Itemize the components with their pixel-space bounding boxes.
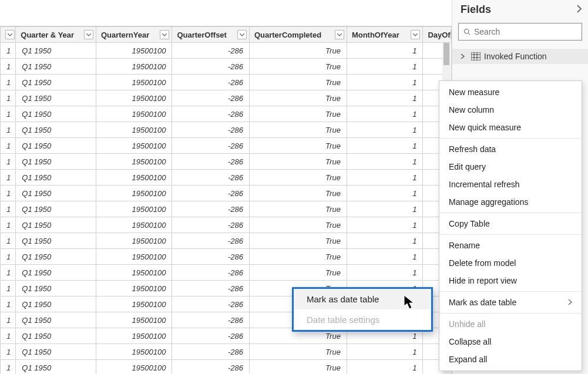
cell-qy: Q1 1950	[16, 154, 96, 170]
filter-dropdown-icon[interactable]	[411, 30, 420, 39]
column-header-qy[interactable]: Quarter & Year	[16, 27, 96, 43]
column-header-qoff[interactable]: QuarterOffset	[172, 27, 250, 43]
column-header-qcomp[interactable]: QuarterCompleted	[249, 27, 347, 43]
menu-item-edit-query[interactable]: Edit query	[439, 158, 582, 176]
chevron-right-icon[interactable]	[577, 4, 582, 16]
table-row[interactable]: 1Q1 195019500100-286True1	[1, 122, 452, 138]
table-row[interactable]: 1Q1 195019500100-286True1	[1, 201, 452, 217]
cell-qy: Q1 1950	[16, 186, 96, 201]
cell-moy: 1	[347, 122, 423, 138]
menu-separator	[439, 313, 582, 314]
scrollbar-thumb[interactable]	[443, 43, 449, 65]
cell-qcomp: True	[249, 122, 347, 138]
menu-item-copy-table[interactable]: Copy Table	[439, 215, 582, 233]
cell-qoff: -286	[172, 75, 250, 90]
table-row[interactable]: 1Q1 195019500100-286True1	[1, 249, 452, 265]
column-header-moy[interactable]: MonthOfYear	[347, 27, 423, 43]
cell-qny: 19500100	[96, 75, 172, 90]
fields-search-box[interactable]	[458, 23, 582, 41]
cell-qny: 19500100	[96, 281, 172, 296]
column-header-doy[interactable]: DayOf	[423, 27, 452, 43]
cell-qy: Q1 1950	[16, 122, 96, 138]
cell-qny: 19500100	[96, 344, 172, 360]
filter-dropdown-icon[interactable]	[335, 30, 344, 39]
row-index-cell: 1	[1, 75, 16, 90]
cell-moy: 1	[347, 106, 423, 122]
menu-item-new-measure[interactable]: New measure	[439, 83, 582, 101]
menu-item-mark-as-date-table[interactable]: Mark as date table	[439, 294, 582, 311]
menu-item-expand-all[interactable]: Expand all	[439, 351, 582, 368]
table-row[interactable]: 1Q1 195019500100-286True1	[1, 265, 452, 281]
cell-qoff: -286	[172, 138, 250, 154]
menu-item-new-column[interactable]: New column	[439, 101, 582, 119]
cell-moy: 1	[347, 75, 423, 90]
table-row[interactable]: 1Q1 195019500100-286True1	[1, 90, 452, 106]
cell-qny: 19500100	[96, 59, 172, 75]
cell-moy: 1	[347, 59, 423, 75]
chevron-right-icon[interactable]	[461, 52, 469, 61]
table-row[interactable]: 1Q1 195019500100-286True1	[1, 233, 452, 249]
menu-item-collapse-all[interactable]: Collapse all	[439, 333, 582, 351]
cell-qoff: -286	[172, 90, 250, 106]
table-row[interactable]: 1Q1 195019500100-286True1	[1, 75, 452, 90]
cell-qcomp: True	[249, 138, 347, 154]
cell-qcomp: True	[249, 249, 347, 265]
table-row[interactable]: 1Q1 195019500100-286True1	[1, 59, 452, 75]
row-index-cell: 1	[1, 43, 16, 59]
filter-dropdown-icon[interactable]	[451, 30, 452, 39]
cell-qoff: -286	[172, 344, 250, 360]
search-input[interactable]	[474, 27, 577, 36]
table-row[interactable]: 1Q1 195019500100-286True1	[1, 170, 452, 186]
cell-qoff: -286	[172, 328, 250, 344]
cell-qoff: -286	[172, 122, 250, 138]
table-row[interactable]: 1Q1 195019500100-286True1	[1, 217, 452, 233]
menu-item-label: Collapse all	[449, 337, 491, 346]
menu-item-rename[interactable]: Rename	[439, 237, 582, 254]
row-index-header[interactable]	[1, 27, 16, 43]
table-icon	[471, 52, 481, 60]
fields-title: Fields	[461, 4, 491, 16]
table-row[interactable]: 1Q1 195019500100-286True1	[1, 43, 452, 59]
filter-dropdown-icon[interactable]	[237, 30, 247, 39]
cell-moy: 1	[347, 186, 423, 201]
cell-qny: 19500100	[96, 296, 172, 312]
menu-item-label: Expand all	[449, 355, 487, 364]
menu-item-incremental-refresh[interactable]: Incremental refresh	[439, 176, 582, 193]
row-index-cell: 1	[1, 106, 16, 122]
table-row[interactable]: 1Q1 195019500100-286True1	[1, 360, 452, 375]
menu-item-label: Hide in report view	[449, 276, 517, 285]
column-header-qny[interactable]: QuarternYear	[96, 27, 172, 43]
cell-qy: Q1 1950	[16, 170, 96, 186]
cell-qoff: -286	[172, 170, 250, 186]
cell-qy: Q1 1950	[16, 344, 96, 360]
filter-dropdown-icon[interactable]	[160, 30, 169, 39]
cell-moy: 1	[347, 217, 423, 233]
table-row[interactable]: 1Q1 195019500100-286True1	[1, 186, 452, 201]
cell-qcomp: True	[249, 360, 347, 375]
menu-item-new-quick-measure[interactable]: New quick measure	[439, 119, 582, 136]
menu-item-manage-aggregations[interactable]: Manage aggregations	[439, 193, 582, 211]
cell-qny: 19500100	[96, 138, 172, 154]
table-row[interactable]: 1Q1 195019500100-286True1	[1, 344, 452, 360]
cell-qny: 19500100	[96, 328, 172, 344]
filter-dropdown-icon[interactable]	[84, 30, 93, 39]
filter-icon[interactable]	[5, 30, 15, 39]
menu-item-hide-in-report-view[interactable]: Hide in report view	[439, 272, 582, 289]
table-row[interactable]: 1Q1 195019500100-286True1	[1, 138, 452, 154]
row-index-cell: 1	[1, 90, 16, 106]
row-index-cell: 1	[1, 217, 16, 233]
search-icon	[463, 27, 471, 36]
cell-moy: 1	[347, 90, 423, 106]
cell-qcomp: True	[249, 75, 347, 90]
menu-item-delete-from-model[interactable]: Delete from model	[439, 254, 582, 272]
cell-qoff: -286	[172, 265, 250, 281]
table-row[interactable]: 1Q1 195019500100-286True1	[1, 154, 452, 170]
cell-qny: 19500100	[96, 154, 172, 170]
cell-qny: 19500100	[96, 170, 172, 186]
menu-item-refresh-data[interactable]: Refresh data	[439, 140, 582, 158]
table-row[interactable]: 1Q1 195019500100-286True1	[1, 106, 452, 122]
row-index-cell: 1	[1, 170, 16, 186]
cell-qy: Q1 1950	[16, 106, 96, 122]
cursor-icon	[404, 295, 415, 312]
fields-tree-item-invoked-function[interactable]: Invoked Function	[452, 49, 588, 64]
